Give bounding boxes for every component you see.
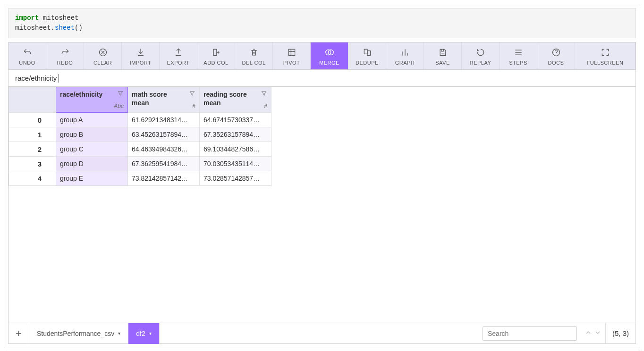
- save-button[interactable]: SAVE: [424, 42, 462, 69]
- code-cell[interactable]: import mitosheet mitosheet.sheet(): [8, 8, 636, 38]
- dedupe-label: DEDUPE: [356, 60, 379, 66]
- dedupe-icon: [363, 47, 372, 58]
- type-text-icon: Abc: [114, 103, 124, 109]
- merge-label: MERGE: [319, 60, 339, 66]
- code-text: (): [75, 24, 83, 32]
- notebook-container: import mitosheet mitosheet.sheet() UNDO …: [4, 4, 640, 348]
- import-icon: [136, 47, 145, 58]
- sheet-tab-students-performance[interactable]: StudentsPerformance_csv ▾: [29, 323, 128, 344]
- data-cell[interactable]: 64.46394984326…: [128, 142, 200, 157]
- svg-rect-5: [364, 49, 367, 54]
- data-cell[interactable]: group B: [56, 127, 128, 142]
- replay-button[interactable]: REPLAY: [462, 42, 500, 69]
- search-input[interactable]: [483, 326, 577, 341]
- data-cell[interactable]: group C: [56, 142, 128, 157]
- column-header-reading-score[interactable]: reading score mean #: [200, 87, 271, 113]
- data-cell[interactable]: 73.82142857142…: [128, 171, 200, 186]
- add-sheet-button[interactable]: +: [8, 323, 29, 344]
- filter-icon[interactable]: [189, 90, 195, 98]
- export-button[interactable]: EXPORT: [160, 42, 197, 69]
- corner-cell: [9, 87, 56, 113]
- mito-sheet-widget: UNDO REDO CLEAR IMPORT EXPORT ADD COL: [8, 42, 636, 344]
- row-index[interactable]: 1: [9, 127, 56, 142]
- data-cell[interactable]: 63.45263157894…: [128, 127, 200, 142]
- data-cell[interactable]: 73.02857142857…: [200, 171, 271, 186]
- prev-match-button[interactable]: [585, 329, 592, 338]
- column-header-math-score[interactable]: math score mean #: [128, 87, 200, 113]
- undo-label: UNDO: [19, 60, 35, 66]
- table-row: 3 group D 67.36259541984… 70.03053435114…: [9, 157, 271, 171]
- row-index[interactable]: 2: [9, 142, 56, 157]
- fullscreen-button[interactable]: FULLSCREEN: [575, 42, 636, 69]
- import-label: IMPORT: [130, 60, 152, 66]
- code-text: mitosheet.: [15, 24, 55, 32]
- data-cell[interactable]: group A: [56, 113, 128, 127]
- data-cell[interactable]: 67.36259541984…: [128, 157, 200, 171]
- steps-icon: [514, 47, 523, 58]
- table-row: 1 group B 63.45263157894… 67.35263157894…: [9, 127, 271, 142]
- svg-rect-1: [213, 49, 217, 55]
- table-row: 4 group E 73.82142857142… 73.02857142857…: [9, 171, 271, 186]
- pivot-icon: [287, 47, 297, 58]
- data-cell[interactable]: 70.03053435114…: [200, 157, 271, 171]
- redo-button[interactable]: REDO: [46, 42, 84, 69]
- sheet-tab-label: df2: [136, 330, 145, 337]
- table-row: 2 group C 64.46394984326… 69.10344827586…: [9, 142, 271, 157]
- data-cell[interactable]: 67.35263157894…: [200, 127, 271, 142]
- import-button[interactable]: IMPORT: [122, 42, 160, 69]
- save-icon: [438, 47, 448, 58]
- data-cell[interactable]: 64.67415730337…: [200, 113, 271, 127]
- data-grid[interactable]: race/ethnicity Abc math score mean #: [8, 87, 636, 323]
- data-cell[interactable]: group D: [56, 157, 128, 171]
- steps-button[interactable]: STEPS: [500, 42, 537, 69]
- merge-icon: [324, 47, 335, 58]
- dedupe-button[interactable]: DEDUPE: [348, 42, 386, 69]
- filter-icon[interactable]: [261, 90, 267, 98]
- export-label: EXPORT: [167, 60, 189, 66]
- data-cell[interactable]: 69.10344827586…: [200, 142, 271, 157]
- formula-bar[interactable]: race/ethnicity: [8, 70, 636, 87]
- plus-icon: +: [16, 327, 22, 340]
- svg-rect-6: [367, 50, 371, 55]
- replay-icon: [476, 47, 485, 58]
- column-header-race-ethnicity[interactable]: race/ethnicity Abc: [56, 87, 128, 113]
- undo-icon: [23, 47, 32, 58]
- fullscreen-label: FULLSCREEN: [587, 60, 624, 66]
- shape-indicator: (5, 3): [605, 323, 636, 344]
- type-number-icon: #: [264, 103, 267, 109]
- undo-button[interactable]: UNDO: [8, 42, 46, 69]
- row-index[interactable]: 3: [9, 157, 56, 171]
- addcol-button[interactable]: ADD COL: [197, 42, 235, 69]
- clear-label: CLEAR: [93, 60, 112, 66]
- column-name: race/ethnicity: [60, 90, 107, 99]
- fullscreen-icon: [601, 47, 610, 58]
- table-row: 0 group A 61.62921348314… 64.67415730337…: [9, 113, 271, 127]
- redo-label: REDO: [57, 60, 73, 66]
- pivot-button[interactable]: PIVOT: [273, 42, 311, 69]
- cursor: [59, 74, 59, 83]
- chevron-down-icon: ▾: [149, 331, 152, 336]
- search-nav: [581, 329, 605, 338]
- addcol-label: ADD COL: [203, 60, 228, 66]
- export-icon: [174, 47, 183, 58]
- code-function: sheet: [55, 24, 75, 32]
- sheet-tab-df2[interactable]: df2 ▾: [128, 323, 159, 344]
- row-index[interactable]: 4: [9, 171, 56, 186]
- type-number-icon: #: [192, 103, 195, 109]
- data-cell[interactable]: 61.62921348314…: [128, 113, 200, 127]
- sheet-tab-label: StudentsPerformance_csv: [37, 330, 114, 337]
- delcol-icon: [249, 47, 259, 58]
- clear-button[interactable]: CLEAR: [84, 42, 122, 69]
- docs-button[interactable]: DOCS: [537, 42, 575, 69]
- row-index[interactable]: 0: [9, 113, 56, 127]
- filter-icon[interactable]: [117, 90, 124, 98]
- graph-button[interactable]: GRAPH: [386, 42, 424, 69]
- formula-value: race/ethnicity: [15, 74, 57, 82]
- merge-button[interactable]: MERGE: [311, 42, 348, 69]
- toolbar: UNDO REDO CLEAR IMPORT EXPORT ADD COL: [8, 42, 636, 70]
- data-cell[interactable]: group E: [56, 171, 128, 186]
- next-match-button[interactable]: [594, 329, 602, 338]
- graph-label: GRAPH: [395, 60, 415, 66]
- delcol-button[interactable]: DEL COL: [235, 42, 273, 69]
- column-name: reading score mean: [203, 90, 251, 107]
